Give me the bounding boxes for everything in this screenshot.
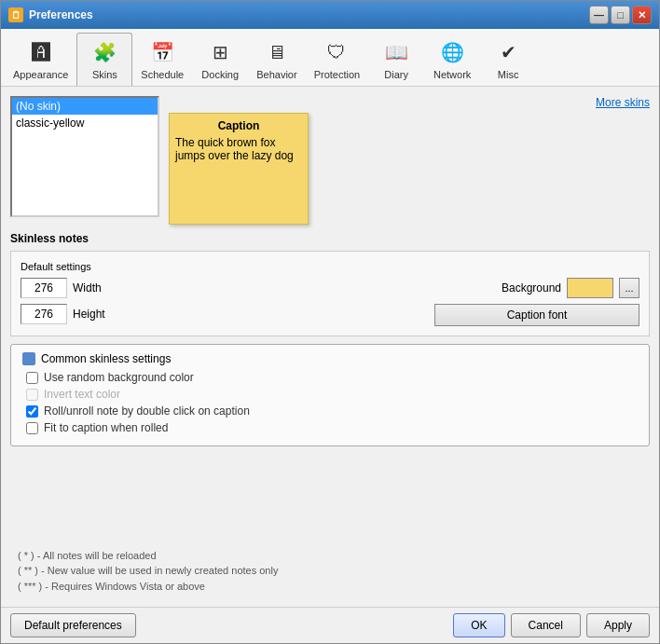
checkbox-fit-caption: Fit to caption when rolled [22,421,638,434]
background-label: Background [502,281,561,295]
background-row: Background ... [502,278,639,298]
width-label: Width [73,281,102,295]
preview-area: More skins Caption The quick brown fox j… [169,96,650,225]
skins-icon: 🧩 [89,37,119,67]
tab-protection-label: Protection [314,69,361,80]
fit-caption-checkbox[interactable] [26,422,38,434]
footer-note-1: ( * ) - All notes will be reloaded [18,548,642,564]
invert-text-checkbox[interactable] [26,389,38,401]
tab-schedule[interactable]: 📅 Schedule [132,33,192,86]
close-button[interactable]: ✕ [632,6,652,24]
diary-icon: 📖 [381,37,411,67]
common-settings-title: Common skinless settings [41,352,171,365]
docking-icon: ⊞ [205,37,235,67]
checkbox-roll-unroll: Roll/unroll note by double click on capt… [22,404,638,418]
caption-font-button[interactable]: Caption font [434,304,639,326]
apply-button[interactable]: Apply [586,613,650,637]
spacer [10,454,650,537]
sticky-caption: Caption [175,119,302,132]
tab-behavior-label: Behavior [256,69,296,80]
misc-icon: ✔ [493,37,523,67]
checkbox-random-bg: Use random background color [22,371,638,384]
width-input[interactable] [21,278,67,298]
roll-unroll-checkbox[interactable] [26,405,38,418]
height-input[interactable] [21,304,67,324]
footer-note-3: ( *** ) - Requires Windows Vista or abov… [18,579,642,595]
tab-bar: 🅰 Appearance 🧩 Skins 📅 Schedule ⊞ Dockin… [1,29,659,87]
skin-item-no-skin[interactable]: (No skin) [12,98,158,115]
tab-network[interactable]: 🌐 Network [424,33,480,86]
app-icon: 🗒 [8,7,23,22]
main-content: (No skin) classic-yellow More skins Capt… [1,87,659,607]
tab-schedule-label: Schedule [141,69,184,80]
sticky-text: The quick brown fox jumps over the lazy … [175,136,302,162]
tab-docking-label: Docking [201,69,239,80]
skin-item-classic-yellow[interactable]: classic-yellow [12,115,158,131]
bg-col: Background ... Caption font [330,278,639,326]
tab-diary[interactable]: 📖 Diary [368,33,424,86]
minimize-button[interactable]: — [589,6,609,24]
skinless-notes-section: Skinless notes Default settings Width He… [10,232,650,336]
schedule-icon: 📅 [147,37,177,67]
footer-buttons: Default preferences OK Cancel Apply [1,607,659,643]
tab-diary-label: Diary [384,69,408,80]
height-label: Height [73,308,105,321]
appearance-icon: 🅰 [26,37,56,67]
tab-protection[interactable]: 🛡 Protection [306,33,369,86]
footer-notes: ( * ) - All notes will be reloaded ( ** … [10,544,650,598]
height-setting: Height [21,304,330,324]
background-color-swatch[interactable] [567,278,613,298]
sizes-col: Width Height [21,278,330,326]
skins-list[interactable]: (No skin) classic-yellow [10,96,159,217]
tab-appearance-label: Appearance [13,69,68,80]
network-icon: 🌐 [437,37,467,67]
random-bg-label: Use random background color [44,371,194,384]
tab-misc[interactable]: ✔ Misc [480,33,536,86]
width-setting: Width [21,278,330,298]
default-settings-title: Default settings [21,261,639,272]
main-window: 🗒 Preferences — □ ✕ 🅰 Appearance 🧩 Skins… [0,0,660,644]
default-preferences-button[interactable]: Default preferences [10,613,136,637]
tab-network-label: Network [433,69,471,80]
common-settings-icon [22,352,35,365]
tab-skins[interactable]: 🧩 Skins [76,33,132,86]
common-settings-box: Common skinless settings Use random back… [10,344,650,446]
skinless-notes-box: Default settings Width Height [10,251,650,336]
fit-caption-label: Fit to caption when rolled [44,421,168,434]
random-bg-checkbox[interactable] [26,372,38,384]
more-skins-link[interactable]: More skins [169,96,650,109]
title-bar: 🗒 Preferences — □ ✕ [1,1,659,29]
tab-misc-label: Misc [498,69,519,80]
sizes-and-bg: Width Height Background ... C [21,278,639,326]
footer-note-2: ( ** ) - New value will be used in newly… [18,563,642,579]
checkbox-invert-text: Invert text color [22,388,638,401]
top-panel: (No skin) classic-yellow More skins Capt… [10,96,650,225]
right-buttons: OK Cancel Apply [453,613,650,637]
tab-skins-label: Skins [92,69,117,80]
window-controls: — □ ✕ [589,6,652,24]
skinless-notes-title: Skinless notes [10,232,650,245]
tab-docking[interactable]: ⊞ Docking [192,33,248,86]
common-title-bar: Common skinless settings [22,352,638,365]
ok-button[interactable]: OK [453,613,504,637]
window-title: Preferences [29,8,589,21]
background-color-picker-button[interactable]: ... [619,278,639,298]
maximize-button[interactable]: □ [611,6,630,24]
cancel-button[interactable]: Cancel [511,613,581,637]
tab-appearance[interactable]: 🅰 Appearance [5,33,76,86]
protection-icon: 🛡 [322,37,351,67]
behavior-icon: 🖥 [262,37,292,67]
roll-unroll-label: Roll/unroll note by double click on capt… [44,404,250,418]
invert-text-label: Invert text color [44,388,120,401]
sticky-note-preview: Caption The quick brown fox jumps over t… [169,113,309,225]
tab-behavior[interactable]: 🖥 Behavior [248,33,305,86]
